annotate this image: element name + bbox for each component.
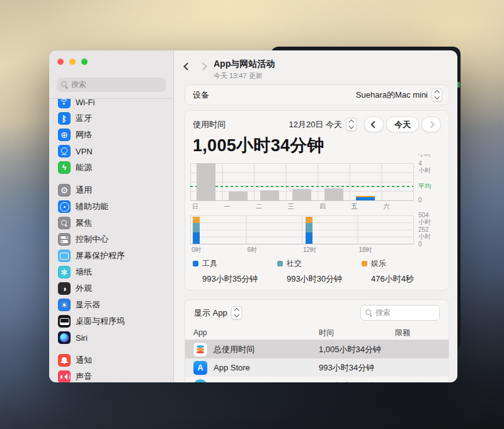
- sidebar-item-label: 聚焦: [76, 217, 92, 229]
- vpn-icon: [58, 145, 71, 157]
- hourly-x-label: 12时: [303, 246, 316, 255]
- hourly-bar-segment: [306, 217, 312, 223]
- sidebar-search-input[interactable]: 搜索: [57, 77, 166, 92]
- sidebar-item-label: 能源: [76, 162, 92, 173]
- hourly-y-label: 0: [418, 241, 422, 248]
- legend-duration: 993小时35分钟: [202, 273, 277, 285]
- sidebar-item-speaker[interactable]: 声音: [55, 369, 167, 382]
- legend-color-icon: [277, 261, 283, 266]
- legend-item: 工具993小时35分钟: [193, 258, 277, 285]
- weekly-x-label: 三: [288, 202, 294, 211]
- forward-button[interactable]: [200, 60, 206, 72]
- sidebar-item-globe[interactable]: ⊕网络: [55, 127, 167, 143]
- weekly-x-label: 五: [352, 202, 358, 211]
- category-legend: 工具993小时35分钟社交993小时30分钟娱乐476小时4秒: [193, 258, 441, 285]
- sidebar-item-bolt[interactable]: ϟ能源: [55, 159, 167, 176]
- hourly-y-label: 小时: [418, 233, 431, 240]
- close-button[interactable]: [57, 59, 64, 65]
- weekly-x-label: 日: [192, 202, 198, 211]
- bolt-icon: ϟ: [58, 161, 71, 174]
- sidebar-item-label: Siri: [76, 333, 88, 343]
- apps-table-header: App 时间 限额: [185, 326, 449, 340]
- average-label: 平均: [418, 183, 431, 190]
- show-apps-popup[interactable]: 显示 App: [194, 306, 242, 319]
- legend-color-icon: [362, 261, 367, 266]
- page-title: App与网站活动: [214, 59, 275, 70]
- legend-duration: 476小时4秒: [371, 273, 446, 285]
- app-name: Telegram: [214, 381, 247, 382]
- sidebar-item-siri[interactable]: Siri: [55, 329, 167, 346]
- legend-label: 娱乐: [371, 258, 386, 269]
- sidebar-item-frame[interactable]: 屏幕保护程序: [55, 248, 167, 264]
- device-popup-value: Suehara的Mac mini: [356, 89, 428, 101]
- minimize-button[interactable]: [69, 59, 76, 65]
- hourly-bar-segment: [193, 232, 200, 244]
- sidebar-item-bell[interactable]: 通知: [55, 352, 167, 369]
- speaker-icon: [58, 370, 71, 382]
- hourly-y-label: 252: [418, 226, 429, 233]
- toggles-icon: [58, 233, 71, 246]
- hourly-x-label: 18时: [359, 246, 372, 255]
- sidebar-item-wifi[interactable]: Wi-Fi: [55, 99, 167, 110]
- legend-label: 工具: [202, 258, 217, 269]
- globe-icon: ⊕: [58, 129, 71, 141]
- sidebar-item-sun[interactable]: ☀显示器: [55, 297, 167, 313]
- weekly-bar: [292, 189, 311, 200]
- sidebar-item-magnifier[interactable]: 聚焦: [55, 215, 167, 231]
- next-day-button[interactable]: [421, 117, 441, 132]
- weekly-chart: 日一二三四五六 小时 4 小时 平均 0: [190, 163, 441, 210]
- dock-icon: [58, 315, 71, 328]
- column-header-app: App: [193, 328, 207, 337]
- chevron-up-down-icon: [231, 306, 242, 319]
- wifi-icon: [58, 99, 71, 108]
- legend-duration: 993小时30分钟: [287, 273, 362, 285]
- table-row[interactable]: AApp Store993小时34分钟: [185, 358, 449, 377]
- show-apps-popup-value: 显示 App: [194, 307, 227, 319]
- sidebar-item-label: 网络: [76, 129, 92, 140]
- sidebar-item-label: 外观: [76, 283, 92, 294]
- table-row[interactable]: 总使用时间1,005小时34分钟: [185, 340, 449, 358]
- apps-search-input[interactable]: 搜索: [360, 305, 440, 321]
- sidebar-item-flower[interactable]: ✻墙纸: [55, 264, 167, 280]
- hourly-y-label: 504: [418, 212, 429, 219]
- column-header-limit: 限额: [395, 328, 410, 338]
- sidebar-item-accessibility[interactable]: 辅助功能: [55, 198, 167, 215]
- date-popup[interactable]: 12月20日 今天: [289, 118, 357, 131]
- accessibility-icon: [58, 200, 71, 213]
- frame-icon: [58, 249, 71, 262]
- weekly-bar: [324, 188, 343, 200]
- average-line: [190, 186, 413, 187]
- sidebar-item-contrast[interactable]: ◑外观: [55, 280, 167, 297]
- chevron-left-icon: [370, 121, 377, 128]
- sidebar-item-dock[interactable]: 桌面与程序坞: [55, 313, 167, 329]
- legend-item: 娱乐476小时4秒: [362, 258, 446, 285]
- magnifier-icon: [58, 217, 71, 229]
- table-row[interactable]: ➤Telegram993小时21分钟: [185, 377, 449, 382]
- hourly-x-label: 0时: [192, 246, 202, 255]
- weekly-x-label: 四: [319, 202, 326, 211]
- apps-table: App 时间 限额 总使用时间1,005小时34分钟AApp Store993小…: [185, 326, 449, 382]
- zoom-button[interactable]: [81, 59, 88, 65]
- hourly-y-label: 小时: [418, 219, 431, 226]
- device-popup[interactable]: Suehara的Mac mini: [356, 88, 442, 101]
- hourly-bar-segment: [193, 217, 200, 223]
- back-button[interactable]: [185, 60, 190, 72]
- hourly-bar-segment: [193, 223, 200, 232]
- sidebar-item-bluetooth[interactable]: ᛒ蓝牙: [55, 110, 167, 127]
- sidebar-item-vpn[interactable]: VPN: [55, 143, 167, 159]
- sun-icon: ☀: [58, 299, 71, 311]
- weekly-x-label: 一: [224, 202, 231, 211]
- total-usage-time: 1,005小时34分钟: [185, 132, 449, 157]
- sidebar-item-toggles[interactable]: 控制中心: [55, 231, 167, 248]
- previous-day-button[interactable]: [364, 117, 384, 132]
- sidebar-item-label: 屏幕保护程序: [76, 250, 125, 261]
- today-button[interactable]: 今天: [386, 117, 419, 132]
- sidebar-item-gear[interactable]: ⚙通用: [55, 182, 167, 198]
- column-header-time: 时间: [319, 328, 334, 338]
- sidebar-item-label: 通用: [76, 185, 92, 196]
- usage-label: 使用时间: [193, 119, 226, 130]
- sidebar-item-label: 声音: [76, 371, 92, 382]
- sidebar-item-label: 蓝牙: [76, 113, 92, 124]
- sidebar-item-label: 通知: [76, 355, 92, 366]
- chevron-up-down-icon: [432, 88, 442, 101]
